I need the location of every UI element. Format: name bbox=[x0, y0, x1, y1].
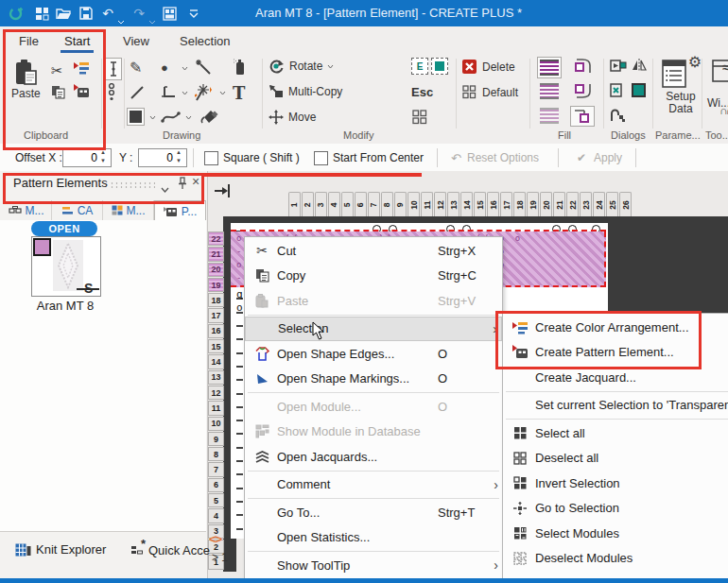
quick-access-tab[interactable]: * Quick Acce bbox=[130, 542, 210, 557]
open-icon[interactable] bbox=[55, 5, 72, 22]
save-module-icon[interactable] bbox=[161, 5, 178, 22]
offset-x-spinner[interactable]: ▲▼ bbox=[97, 148, 109, 167]
tab-pattern-elements[interactable]: P... bbox=[154, 200, 206, 222]
column-number-cell[interactable]: 23 bbox=[580, 192, 592, 217]
column-number-cell[interactable]: 18 bbox=[513, 192, 526, 217]
column-number-cell[interactable]: 16 bbox=[487, 192, 499, 217]
submenu-item[interactable]: Create Color Arrangement... bbox=[503, 315, 728, 340]
row-number-cell[interactable]: 15 bbox=[208, 339, 224, 353]
submenu-item[interactable]: Select Modules bbox=[503, 521, 728, 546]
panel-chevron-icon[interactable] bbox=[161, 180, 169, 197]
column-number-cell[interactable]: 2 bbox=[302, 192, 314, 217]
setup-data-button[interactable]: ⚙ Setup Data bbox=[659, 57, 702, 115]
context-menu-item[interactable]: ✂CutStrg+X bbox=[245, 238, 502, 264]
reset-options-button[interactable]: Reset Options bbox=[467, 151, 539, 164]
column-number-cell[interactable]: 22 bbox=[566, 192, 579, 217]
pencil-button[interactable]: ✎ bbox=[130, 59, 142, 77]
fill-corner-1-button[interactable] bbox=[573, 58, 592, 75]
rectangle-dropdown-icon[interactable] bbox=[149, 115, 156, 120]
row-number-cell[interactable]: 21 bbox=[208, 247, 224, 261]
submenu-item[interactable]: Create Pattern Element... bbox=[503, 340, 728, 366]
column-number-cell[interactable]: 4 bbox=[328, 192, 340, 217]
selection-e-button[interactable]: E bbox=[411, 58, 428, 75]
panel-pin-icon[interactable] bbox=[178, 177, 187, 194]
fill-stripes-1-button[interactable] bbox=[537, 57, 562, 78]
modules-grid-button[interactable] bbox=[412, 110, 427, 125]
fill-corner-3-button[interactable] bbox=[570, 106, 595, 127]
tab-modules[interactable]: M... bbox=[1, 200, 52, 220]
context-menu-item[interactable]: CopyStrg+C bbox=[245, 264, 502, 289]
column-number-cell[interactable]: 20 bbox=[540, 192, 552, 217]
star-wand-button[interactable] bbox=[195, 83, 214, 102]
column-number-cell[interactable]: 21 bbox=[553, 192, 565, 217]
start-from-center-label[interactable]: Start From Center bbox=[333, 151, 424, 164]
window-icon[interactable] bbox=[711, 59, 728, 83]
row-number-cell[interactable]: 13 bbox=[208, 370, 224, 385]
row-number-cell[interactable]: 7 bbox=[208, 462, 224, 476]
dialog-mirror-button[interactable] bbox=[632, 58, 647, 73]
column-number-cell[interactable]: 1 bbox=[288, 192, 301, 217]
column-number-cell[interactable]: 11 bbox=[421, 192, 433, 217]
circle-button[interactable]: ● bbox=[161, 60, 168, 75]
undo-icon[interactable]: ↶ bbox=[99, 5, 116, 22]
column-number-cell[interactable]: 14 bbox=[460, 192, 473, 217]
context-menu-item[interactable]: Show Module in Database bbox=[245, 420, 502, 445]
pattern-element-thumbnail[interactable]: S bbox=[31, 236, 101, 297]
rotate-button[interactable]: Rotate bbox=[269, 59, 334, 74]
fill-stripes-3-button[interactable] bbox=[540, 108, 559, 124]
row-number-cell[interactable]: 9 bbox=[208, 432, 224, 446]
quick-access-chevron-icon[interactable] bbox=[185, 5, 202, 22]
row-number-cell[interactable]: 11 bbox=[208, 401, 224, 415]
text-button[interactable]: T bbox=[233, 83, 245, 103]
column-number-cell[interactable]: 12 bbox=[434, 192, 446, 217]
column-number-cell[interactable]: 9 bbox=[394, 192, 407, 217]
row-number-cell[interactable]: 16 bbox=[208, 324, 224, 338]
column-number-cell[interactable]: 6 bbox=[355, 192, 367, 217]
selection-fill-button[interactable] bbox=[431, 58, 448, 75]
tab-view[interactable]: View bbox=[119, 32, 153, 50]
row-number-cell[interactable]: 14 bbox=[208, 354, 224, 369]
context-menu-item[interactable]: Open Module...O bbox=[245, 394, 502, 420]
curve-dropdown-icon[interactable] bbox=[185, 115, 192, 120]
default-button[interactable]: Default bbox=[462, 85, 518, 99]
tab-modules-color[interactable]: M... bbox=[103, 200, 154, 220]
row-number-cell[interactable]: 22 bbox=[208, 231, 224, 246]
fill-bucket-button[interactable] bbox=[199, 108, 221, 125]
context-menu-item[interactable]: Open Shape Edges...O bbox=[245, 341, 502, 367]
goto-edge-icon[interactable] bbox=[214, 183, 233, 202]
submenu-item[interactable]: Go to Selection bbox=[503, 496, 728, 522]
delete-button[interactable]: Delete bbox=[462, 60, 515, 74]
star-wand-dropdown-icon[interactable] bbox=[219, 91, 226, 95]
tool-line-vertical-icon[interactable] bbox=[105, 58, 122, 80]
multi-copy-button[interactable]: Multi-Copy bbox=[269, 84, 342, 98]
dialog-color-button[interactable] bbox=[632, 83, 646, 97]
row-number-cell[interactable]: 19 bbox=[208, 278, 224, 292]
submenu-item[interactable]: Invert Selection bbox=[503, 471, 728, 496]
rectangle-button[interactable] bbox=[127, 108, 145, 126]
column-number-cell[interactable]: 3 bbox=[315, 192, 327, 217]
submenu-item[interactable]: Deselect all bbox=[503, 446, 728, 472]
copy-button[interactable] bbox=[51, 85, 65, 99]
knit-explorer-tab[interactable]: Knit Explorer bbox=[15, 542, 106, 557]
row-number-cell[interactable]: 10 bbox=[208, 417, 224, 431]
tab-start[interactable]: Start bbox=[61, 32, 94, 53]
row-number-cell[interactable]: 6 bbox=[208, 478, 224, 492]
context-menu-item[interactable]: Open Jacquards... bbox=[245, 444, 502, 470]
offset-y-spinner[interactable]: ▲▼ bbox=[173, 148, 184, 167]
panel-drag-handle[interactable] bbox=[110, 181, 155, 189]
tab-file[interactable]: File bbox=[15, 32, 43, 50]
curve-button[interactable] bbox=[161, 110, 182, 125]
window-button[interactable]: Wi... bbox=[707, 96, 728, 110]
row-number-cell[interactable]: 17 bbox=[208, 308, 224, 322]
cut-button[interactable]: ✂ bbox=[51, 62, 63, 79]
magic-wand-button[interactable] bbox=[195, 59, 212, 76]
submenu-item[interactable]: Set current Selection to 'Transparent' bbox=[503, 393, 728, 419]
context-menu-item[interactable]: PasteStrg+V bbox=[245, 288, 502, 314]
submenu-item[interactable]: Select all bbox=[503, 420, 728, 446]
context-menu-item[interactable]: Show ToolTip› bbox=[245, 553, 502, 578]
column-number-cell[interactable]: 10 bbox=[407, 192, 420, 217]
row-number-cell[interactable]: 20 bbox=[208, 263, 224, 277]
column-number-cell[interactable]: 7 bbox=[368, 192, 380, 217]
row-nav-arrows[interactable]: <> bbox=[209, 532, 221, 546]
new-pattern-icon[interactable] bbox=[33, 5, 50, 22]
